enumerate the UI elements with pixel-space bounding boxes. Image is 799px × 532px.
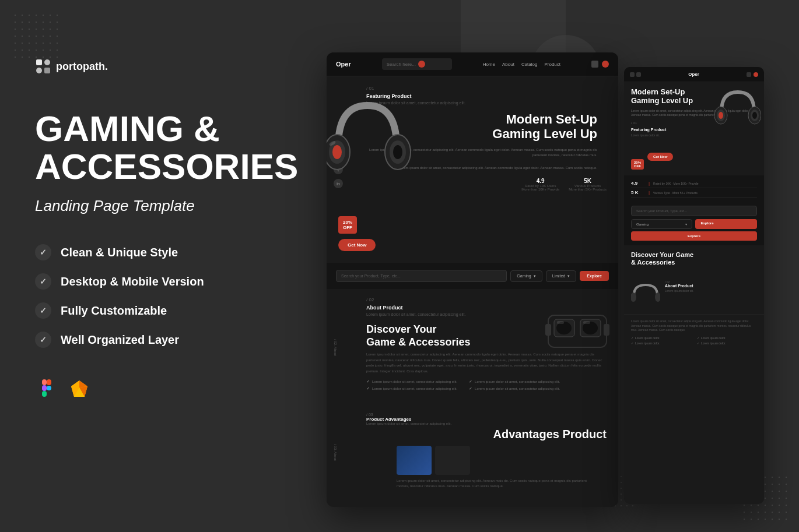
- nav-link-product: Product: [544, 62, 560, 67]
- mobile-checks: ✓ Lorem ipsum dolor. ✓ Lorem ipsum dolor…: [631, 336, 757, 345]
- mobile-stat-rating-label: Rated by 10K · More 10K+ Provide: [653, 182, 698, 185]
- about-check-3: ✓ Lorem ipsum dolor sit amet, consectetu…: [469, 379, 560, 384]
- mobile-long-desc: Lorem ipsum dolor sit amet, consectetur …: [624, 314, 764, 350]
- adv-title: Advantages Product: [362, 428, 607, 441]
- figma-icon: [35, 377, 58, 400]
- mobile-stat-products-value: 5 K: [631, 190, 645, 195]
- features-list: ✓ Clean & Unique Style ✓ Desktop & Mobil…: [35, 244, 315, 348]
- mobile-explore-btn2[interactable]: Explore: [631, 231, 757, 241]
- explore-button[interactable]: Explore: [580, 271, 609, 281]
- adv-vertical-nav: / 03. About: [334, 406, 337, 499]
- advantages-section: / 03. About / 03 Product Advantages Lore…: [327, 406, 618, 499]
- mobile-discover: Discover Your Game & Accessories: [624, 245, 764, 276]
- nav-bag-icon: [591, 61, 598, 68]
- mobile-hero: Modern Set-Up Gaming Level Up Lorem ipsu…: [624, 82, 764, 175]
- about-checks-col2: ✓ Lorem ipsum dolor sit amet, consectetu…: [469, 379, 560, 391]
- mobile-nav-logo: Oper: [688, 72, 699, 77]
- gaming-select[interactable]: Gaming ▾: [510, 270, 542, 282]
- mobile-navbar: Oper: [624, 67, 764, 82]
- mobile-about-text: / 02 About Product Lorem ipsum dolor sit…: [665, 280, 757, 309]
- svg-marker-11: [71, 380, 79, 387]
- check-icon-3: ✓: [35, 302, 51, 319]
- stat-rating-value: 4.9: [521, 178, 559, 184]
- svg-point-8: [47, 386, 51, 390]
- stat-products-sub: More than 5K+ Products: [569, 188, 607, 191]
- mobile-checks-col1: ✓ Lorem ipsum dolor. ✓ Lorem ipsum dolor…: [631, 336, 691, 345]
- mobile-nav-user: [754, 72, 758, 77]
- about-checks: ✓ Lorem ipsum dolor sit amet, consectetu…: [366, 379, 607, 391]
- about-vertical-nav: / 02. About: [334, 289, 337, 406]
- feature-item: ✓ Desktop & Mobile Version: [35, 273, 315, 290]
- mobile-nav-bag: [747, 72, 751, 77]
- mockup-nav-logo: Oper: [336, 61, 351, 68]
- adv-section-num: / 03: [366, 413, 607, 417]
- vr-headset-image: [542, 295, 612, 365]
- mobile-nav-icon1: [630, 72, 635, 77]
- mobile-stat-products-label: Various Type · More 5K+ Products: [653, 191, 698, 195]
- get-now-button[interactable]: Get Now: [338, 239, 376, 251]
- search-dot-icon: [418, 61, 425, 68]
- svg-rect-2: [36, 68, 42, 73]
- adv-nav-text: / 03. About: [334, 444, 337, 461]
- feature-item: ✓ Fully Customizable: [35, 302, 315, 319]
- about-check-4: ✓ Lorem ipsum dolor sit amet, consectetu…: [469, 386, 560, 391]
- svg-rect-4: [42, 379, 47, 385]
- mobile-search-input[interactable]: Search your Product, Type, etc...: [631, 206, 757, 216]
- mockup-search-text: Search here...: [387, 62, 416, 67]
- svg-point-17: [332, 145, 342, 159]
- feature-label-1: Clean & Unique Style: [61, 246, 178, 259]
- mockup-nav-search: Search here...: [382, 58, 452, 70]
- mobile-hero-bottom: 20%OFF Get Now: [631, 142, 757, 170]
- mobile-get-now-button[interactable]: Get Now: [647, 153, 673, 161]
- mobile-search-row: Gaming ▾ Explore: [631, 219, 757, 229]
- mockup-nav-icons: [591, 61, 609, 68]
- about-check-1: ✓ Lorem ipsum dolor sit amet, consectetu…: [366, 379, 457, 384]
- mobile-nav-icon2: [636, 72, 641, 77]
- mobile-check-1: ✓ Lorem ipsum dolor.: [631, 336, 691, 340]
- svg-rect-29: [557, 321, 564, 324]
- brand-name: portopath.: [56, 61, 108, 73]
- stat-rating: 4.9 Rated by 10K Users More than 10K+ Pr…: [521, 178, 559, 191]
- svg-rect-3: [44, 68, 50, 73]
- mobile-discount-badge: 20%OFF: [631, 159, 644, 170]
- mobile-explore-btn1[interactable]: Explore: [695, 219, 758, 229]
- about-check-2: ✓ Lorem ipsum dolor sit amet, consectetu…: [366, 386, 457, 391]
- desktop-mockup: Oper Search here... Home About Catalog P…: [327, 52, 618, 507]
- adv-image-strip: [397, 446, 607, 475]
- adv-img-1: [397, 446, 432, 475]
- logo-icon: [35, 58, 51, 75]
- stat-rating-sub: More than 10K+ Provide: [521, 188, 559, 191]
- mobile-gaming-select[interactable]: Gaming ▾: [631, 219, 692, 229]
- nav-link-about: About: [502, 62, 514, 67]
- adv-sub: Lorem ipsum dolor sit amet, consectetur …: [366, 422, 607, 425]
- mobile-check-2: ✓ Lorem ipsum dolor.: [631, 341, 691, 345]
- mobile-discover-title: Discover Your Game & Accessories: [631, 251, 757, 266]
- svg-point-36: [752, 112, 757, 119]
- mobile-long-text: Lorem ipsum dolor sit amet, consectetur …: [631, 319, 757, 333]
- mockup-navbar: Oper Search here... Home About Catalog P…: [327, 52, 618, 76]
- mockup-nav-links: Home About Catalog Product: [483, 62, 560, 67]
- svg-rect-30: [583, 321, 590, 324]
- check-icon-2: ✓: [35, 273, 51, 290]
- svg-rect-27: [545, 324, 551, 336]
- mobile-checks-col2: ✓ Lorem ipsum dolor. ✓ Lorem ipsum dolor…: [697, 336, 757, 345]
- mobile-about-label: About Product: [665, 284, 757, 288]
- mobile-about-image: [631, 280, 660, 309]
- subtitle: Landing Page Template: [35, 197, 315, 215]
- headphones-image: [327, 88, 414, 205]
- svg-rect-7: [42, 391, 47, 397]
- svg-rect-6: [42, 385, 47, 391]
- search-input[interactable]: Search your Product, Type, etc...: [336, 270, 507, 282]
- svg-marker-10: [79, 380, 87, 387]
- bg-dots-topleft: [12, 12, 58, 58]
- mobile-stat-products: 5 K | Various Type · More 5K+ Products: [631, 188, 757, 198]
- main-title: GAMING & ACCESSORIES: [35, 110, 315, 185]
- mockup-hero-section: f t in / 01 Featuring Product Lorem ipsu…: [327, 76, 618, 263]
- mobile-nav-icons: [747, 72, 758, 77]
- mobile-check-4: ✓ Lorem ipsum dolor.: [697, 341, 757, 345]
- limited-select[interactable]: Limited ▾: [546, 270, 577, 282]
- check-icon-1: ✓: [35, 244, 51, 260]
- about-checks-col1: ✓ Lorem ipsum dolor sit amet, consectetu…: [366, 379, 457, 391]
- feature-item: ✓ Well Organized Layer: [35, 332, 315, 348]
- mobile-nav-left: [630, 72, 641, 77]
